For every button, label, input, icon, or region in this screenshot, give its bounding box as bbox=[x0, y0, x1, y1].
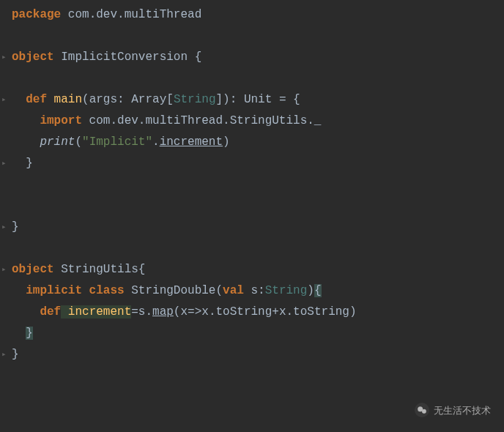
paren-close: ) bbox=[307, 284, 314, 297]
brace-open: { bbox=[195, 51, 202, 64]
keyword-val: val bbox=[223, 284, 244, 297]
bracket-open: [ bbox=[166, 93, 174, 106]
type-unit: Unit bbox=[244, 93, 272, 106]
arrow: => bbox=[188, 305, 201, 319]
colon: : bbox=[117, 93, 131, 106]
paren-close: ) bbox=[223, 93, 230, 106]
code-line[interactable] bbox=[3, 174, 504, 195]
code-line[interactable]: ▸object ImplicitConversion { bbox=[3, 47, 504, 68]
brace-open-highlighted: { bbox=[314, 284, 322, 297]
code-line[interactable]: package com.dev.multiThread bbox=[3, 4, 504, 26]
watermark-text: 无生活不技术 bbox=[434, 402, 491, 419]
paren-open: ( bbox=[75, 135, 82, 149]
keyword-implicit: implicit bbox=[26, 284, 82, 297]
code-line[interactable]: ▸ } bbox=[3, 153, 504, 174]
object-name: ImplicitConversion bbox=[54, 51, 195, 64]
fold-icon: ▸ bbox=[1, 51, 7, 65]
paren-open: ( bbox=[215, 284, 223, 297]
svg-point-1 bbox=[422, 409, 426, 414]
code-line[interactable] bbox=[3, 26, 504, 47]
param-s: s bbox=[244, 284, 258, 297]
code-line[interactable] bbox=[3, 238, 504, 259]
brace-close: } bbox=[12, 220, 19, 234]
code-line[interactable]: print("Implicit".increment) bbox=[3, 132, 504, 153]
code-line[interactable]: ▸} bbox=[3, 217, 504, 238]
paren-close: ) bbox=[349, 305, 357, 319]
fold-icon: ▸ bbox=[1, 263, 7, 278]
fold-icon: ▸ bbox=[1, 348, 7, 362]
string-literal: "Implicit" bbox=[82, 135, 152, 149]
paren-close: ) bbox=[223, 135, 230, 149]
keyword-import: import bbox=[40, 114, 82, 127]
colon: : bbox=[230, 93, 244, 106]
brace-open: { bbox=[138, 263, 146, 276]
watermark: 无生活不技术 bbox=[415, 402, 491, 419]
keyword-package: package bbox=[12, 8, 61, 21]
code-line[interactable]: ▸} bbox=[3, 344, 504, 365]
fold-icon: ▸ bbox=[1, 220, 7, 235]
colon: : bbox=[258, 284, 265, 297]
equals-brace: = { bbox=[272, 93, 300, 106]
package-path: com.dev.multiThread bbox=[61, 8, 201, 21]
dot: . bbox=[152, 135, 160, 149]
wechat-icon bbox=[415, 403, 429, 417]
code-line[interactable]: import com.dev.multiThread.StringUtils._ bbox=[3, 111, 504, 132]
method-increment-def: increment bbox=[61, 305, 131, 319]
code-line[interactable] bbox=[3, 68, 504, 89]
param-x: x bbox=[180, 305, 188, 319]
type-string: String bbox=[174, 93, 216, 106]
method-main: main bbox=[47, 93, 82, 106]
ref-x: x bbox=[279, 305, 286, 319]
keyword-def: def bbox=[40, 305, 61, 319]
keyword-def: def bbox=[26, 93, 47, 106]
run-icon[interactable]: ▸ bbox=[1, 93, 7, 108]
code-line[interactable]: ▸ def main(args: Array[String]): Unit = … bbox=[3, 89, 504, 111]
ref-x: x bbox=[201, 305, 209, 319]
import-path: com.dev.multiThread.StringUtils._ bbox=[82, 114, 321, 127]
object-name: StringUtils bbox=[54, 263, 138, 276]
call-print: print bbox=[40, 135, 75, 149]
tostring-plus: .toString+ bbox=[209, 305, 279, 319]
method-map: map bbox=[152, 305, 174, 319]
brace-close-highlighted: } bbox=[26, 327, 33, 340]
code-line[interactable] bbox=[3, 195, 504, 217]
paren-open: ( bbox=[82, 93, 89, 106]
brace-close: } bbox=[12, 348, 19, 361]
method-increment: increment bbox=[160, 135, 223, 149]
type-string: String bbox=[265, 284, 308, 297]
brace-close: } bbox=[26, 157, 33, 170]
code-line[interactable]: def increment=s.map(x=>x.toString+x.toSt… bbox=[3, 302, 504, 323]
keyword-class: class bbox=[82, 284, 125, 297]
equals: =s. bbox=[131, 305, 152, 319]
code-editor[interactable]: package com.dev.multiThread ▸object Impl… bbox=[0, 0, 504, 370]
keyword-object: object bbox=[12, 51, 54, 64]
code-line[interactable]: } bbox=[3, 323, 504, 344]
param-args: args bbox=[89, 93, 117, 106]
fold-icon: ▸ bbox=[1, 157, 7, 171]
keyword-object: object bbox=[12, 263, 54, 276]
type-array: Array bbox=[131, 93, 166, 106]
code-line[interactable]: ▸object StringUtils{ bbox=[3, 259, 504, 280]
code-line[interactable]: implicit class StringDouble(val s:String… bbox=[3, 280, 504, 302]
tostring: .toString bbox=[286, 305, 349, 319]
bracket-close: ] bbox=[215, 93, 223, 106]
class-name: StringDouble bbox=[125, 284, 216, 297]
